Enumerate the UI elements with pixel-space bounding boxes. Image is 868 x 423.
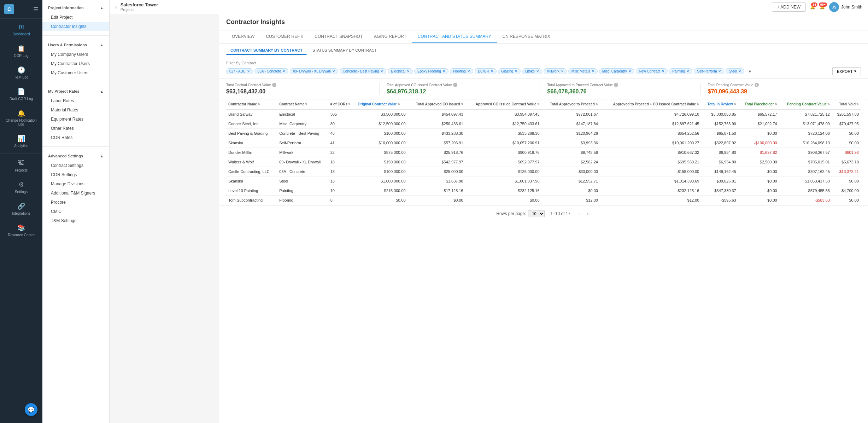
pagination-next-button[interactable]: › <box>585 210 591 218</box>
back-button[interactable]: ‹ <box>115 4 117 10</box>
col-header-approved-co-issued-value[interactable]: Approved CO Issued Contract Value ⇅ <box>465 99 542 109</box>
info-icon[interactable]: i <box>614 83 618 87</box>
filter-chip-misc-carpentry[interactable]: Misc. Carpentry ✕ <box>599 68 634 74</box>
secondary-item-material-rates[interactable]: Material Rates <box>42 105 109 115</box>
filter-chip-03a-concrete[interactable]: 03A - Concrete ✕ <box>254 68 289 74</box>
tab-overview[interactable]: OVERVIEW <box>226 30 260 43</box>
filter-chip-painting[interactable]: Painting ✕ <box>669 68 692 74</box>
col-header-total-void[interactable]: Total Void ⇅ <box>832 99 861 109</box>
hamburger-icon[interactable]: ☰ <box>33 6 38 13</box>
secondary-item-manage-divisions[interactable]: Manage Divisions <box>42 179 109 189</box>
secondary-item-contractor-insights[interactable]: Contractor Insights <box>42 22 109 31</box>
filter-chip-millwork[interactable]: Millwork ✕ <box>544 68 567 74</box>
filter-chip-09-drywall[interactable]: 09- Drywall - XL Drywall ✕ <box>290 68 338 74</box>
sidebar-item-change-notification[interactable]: 🔔 Change Notification Log <box>0 105 42 131</box>
secondary-item-additional-tm-signers[interactable]: Additional T&M Signers <box>42 189 109 198</box>
sidebar-item-tm-log[interactable]: 🕐 T&M Log <box>0 62 42 83</box>
sidebar-item-cor-log[interactable]: 📋 COR Log <box>0 40 42 62</box>
sidebar-item-analytics[interactable]: 📊 Analytics <box>0 131 42 152</box>
chip-close-icon[interactable]: ✕ <box>561 69 564 73</box>
tab-contract-status-summary[interactable]: CONTRACT AND STATUS SUMMARY <box>412 30 497 43</box>
info-icon[interactable]: i <box>453 83 457 87</box>
col-header-total-approved-co-issued[interactable]: Total Approved CO Issued ⇅ <box>408 99 465 109</box>
filter-chip-lithko[interactable]: Lithko ✕ <box>522 68 542 74</box>
chip-close-icon[interactable]: ✕ <box>282 69 285 73</box>
secondary-item-cor-rates[interactable]: COR Rates <box>42 133 109 142</box>
col-header-contractor-name[interactable]: Contractor Name ⇅ <box>226 99 277 109</box>
notification-bell-icon[interactable]: 🔔 14 <box>810 5 815 10</box>
section-project-information-header[interactable]: Project Information ▲ <box>42 3 109 13</box>
chip-close-icon[interactable]: ✕ <box>536 69 539 73</box>
col-header-contract-name[interactable]: Contract Name ⇅ <box>277 99 328 109</box>
rows-per-page-select[interactable]: 10 25 50 <box>528 210 545 217</box>
col-header-total-placeholder[interactable]: Total Placeholder ⇅ <box>738 99 779 109</box>
sidebar-item-dashboard[interactable]: ⊞ Dashboard <box>0 19 42 40</box>
secondary-item-my-customer-users[interactable]: My Customer Users <box>42 68 109 77</box>
section-my-project-rates-header[interactable]: My Project Rates ▲ <box>42 86 109 96</box>
sidebar-item-projects[interactable]: 🏗 Projects <box>0 155 42 176</box>
chip-close-icon[interactable]: ✕ <box>686 69 689 73</box>
sub-tab-contract-summary[interactable]: CONTRACT SUMMARY BY CONTRACT <box>226 46 307 55</box>
secondary-item-tm-settings[interactable]: T&M Settings <box>42 216 109 225</box>
secondary-item-cor-settings[interactable]: COR Settings <box>42 170 109 179</box>
sub-tab-status-summary[interactable]: STATUS SUMMARY BY CONTRACT <box>308 46 381 55</box>
secondary-item-labor-rates[interactable]: Labor Rates <box>42 96 109 105</box>
chip-close-icon[interactable]: ✕ <box>467 69 470 73</box>
col-header-original-contract-value[interactable]: Original Contract Value ⇅ <box>356 99 407 109</box>
filter-chip-self-perform[interactable]: Self-Perform ✕ <box>694 68 724 74</box>
filter-chip-flooring[interactable]: Flooring ✕ <box>450 68 473 74</box>
tab-cn-response-matrix[interactable]: CN RESPONSE MATRIX <box>497 30 556 43</box>
info-icon[interactable]: i <box>272 83 276 87</box>
secondary-item-my-contractor-users[interactable]: My Contractor Users <box>42 59 109 68</box>
sidebar-item-settings[interactable]: ⚙ Settings <box>0 176 42 198</box>
chip-close-icon[interactable]: ✕ <box>628 69 631 73</box>
section-advanced-settings-header[interactable]: Advanced Settings ▲ <box>42 151 109 161</box>
filter-chip-misc-metals[interactable]: Misc Metals ✕ <box>568 68 598 74</box>
filter-chip-epoxy-flooring[interactable]: Epoxy Flooring ✕ <box>414 68 448 74</box>
export-button[interactable]: EXPORT ▾ <box>832 67 861 75</box>
chip-close-icon[interactable]: ✕ <box>332 69 335 73</box>
chip-close-icon[interactable]: ✕ <box>247 69 250 73</box>
chip-close-icon[interactable]: ✕ <box>380 69 383 73</box>
filter-chip-electrical[interactable]: Electrical ✕ <box>388 68 413 74</box>
secondary-item-equipment-rates[interactable]: Equipment Rates <box>42 115 109 124</box>
chip-close-icon[interactable]: ✕ <box>491 69 493 73</box>
chat-button[interactable]: 💬 <box>25 403 37 416</box>
alert-icon[interactable]: 🔔 99+ <box>820 5 825 10</box>
section-users-permissions-header[interactable]: Users & Permissions ▲ <box>42 40 109 50</box>
tab-contract-snapshot[interactable]: CONTRACT SNAPSHOT <box>309 30 368 43</box>
secondary-item-procore[interactable]: Procore <box>42 198 109 207</box>
secondary-item-edit-project[interactable]: Edit Project <box>42 13 109 22</box>
col-header-num-cors[interactable]: # of CORs ⇅ <box>328 99 356 109</box>
sidebar-item-draft-cor-log[interactable]: 📄 Draft COR Log <box>0 83 42 105</box>
pagination-prev-button[interactable]: ‹ <box>576 210 582 218</box>
filter-chip-steel[interactable]: Steel ✕ <box>726 68 744 74</box>
sidebar-item-integrations[interactable]: 🔗 Integrations <box>0 198 42 220</box>
filter-chip-glazing[interactable]: Glazing ✕ <box>498 68 521 74</box>
user-menu[interactable]: JS John Smith <box>829 2 862 12</box>
secondary-item-contract-settings[interactable]: Contract Settings <box>42 161 109 170</box>
col-header-total-approved-to-proceed[interactable]: Total Approved to Proceed ⇅ <box>542 99 600 109</box>
secondary-item-my-company-users[interactable]: My Company Users <box>42 50 109 59</box>
chip-close-icon[interactable]: ✕ <box>718 69 721 73</box>
chip-close-icon[interactable]: ✕ <box>515 69 517 73</box>
chip-close-icon[interactable]: ✕ <box>738 69 741 73</box>
chip-close-icon[interactable]: ✕ <box>407 69 410 73</box>
info-icon[interactable]: i <box>755 83 759 87</box>
secondary-item-cmic[interactable]: CMiC <box>42 207 109 216</box>
col-header-approved-proceed-co-issued[interactable]: Approved to Proceed + CO Issued Contract… <box>600 99 701 109</box>
tab-customer-ref[interactable]: CUSTOMER REF # <box>260 30 309 43</box>
tab-aging-report[interactable]: AGING REPORT <box>368 30 412 43</box>
add-new-button[interactable]: + ADD NEW <box>772 2 806 12</box>
secondary-item-other-rates[interactable]: Other Rates <box>42 124 109 133</box>
chip-close-icon[interactable]: ✕ <box>662 69 664 73</box>
sidebar-item-resource-center[interactable]: 📚 Resource Center <box>0 220 42 241</box>
filter-chip-concrete-best-paving[interactable]: Concrete - Best Paving ✕ <box>340 68 387 74</box>
col-header-pending-contract-value[interactable]: Pending Contract Value ⇅ <box>779 99 832 109</box>
filter-chip-027-abc[interactable]: 027 - ABC ✕ <box>226 68 253 74</box>
col-header-total-in-review[interactable]: Total In Review ⇅ <box>701 99 738 109</box>
chip-close-icon[interactable]: ✕ <box>592 69 594 73</box>
chip-more[interactable]: ▼ <box>746 69 754 74</box>
chip-close-icon[interactable]: ✕ <box>442 69 445 73</box>
filter-chip-new-contract[interactable]: New Contract ✕ <box>636 68 668 74</box>
